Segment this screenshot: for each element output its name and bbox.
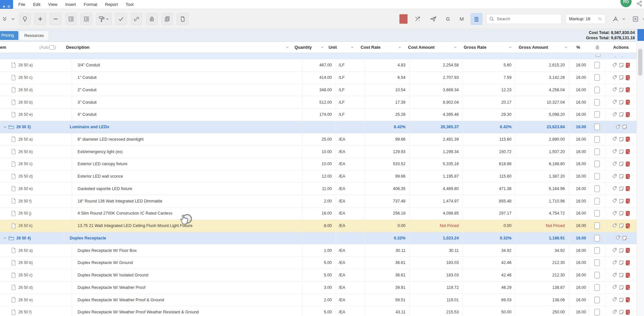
row-checkbox[interactable] bbox=[594, 111, 600, 118]
format-painter-button[interactable] bbox=[96, 13, 112, 25]
description-cell[interactable]: 4" Conduit bbox=[72, 109, 302, 121]
tag-icon[interactable] bbox=[612, 149, 617, 154]
app-logo-icon[interactable]: + = bbox=[0, 0, 13, 10]
item-cell[interactable]: 26 50 e) bbox=[0, 183, 72, 195]
cost-amount-cell[interactable]: 183.03 bbox=[410, 257, 463, 269]
gross-rate-cell[interactable]: 6.42% bbox=[463, 121, 516, 133]
quantity-cell[interactable] bbox=[302, 121, 336, 133]
item-cell[interactable]: 26 50 c) bbox=[0, 72, 72, 84]
red-book-icon[interactable] bbox=[626, 260, 630, 266]
item-cell[interactable]: 26 50 e) bbox=[0, 294, 72, 306]
red-book-icon[interactable] bbox=[626, 75, 630, 80]
cost-rate-cell[interactable]: 6.42% bbox=[365, 121, 410, 133]
unit-cell[interactable]: /EA bbox=[336, 257, 365, 269]
percent-cell[interactable]: 16.00 bbox=[569, 59, 589, 71]
unit-cell[interactable]: /LF bbox=[336, 84, 365, 96]
gross-amount-cell[interactable]: 1,186.91 bbox=[516, 232, 569, 244]
tag-icon[interactable] bbox=[612, 211, 617, 216]
item-row[interactable]: 26 50 e)Gasketed vaporite LED fixture11.… bbox=[0, 183, 637, 195]
column-quantity[interactable]: Quantity bbox=[295, 45, 312, 50]
unit-cell[interactable]: /LF bbox=[336, 59, 365, 71]
tag-icon[interactable] bbox=[612, 112, 617, 117]
auto-checkbox[interactable] bbox=[49, 45, 54, 50]
description-cell[interactable]: Duplex Receptacle W/ Floor Box bbox=[72, 244, 302, 256]
quantity-cell[interactable]: 12.00 bbox=[302, 170, 336, 183]
item-cell[interactable]: 26 50 k) bbox=[0, 220, 72, 232]
item-row[interactable]: 26 50 d)Duplex Receptacle W/ Weather Pro… bbox=[0, 282, 637, 294]
unit-cell[interactable] bbox=[336, 121, 365, 133]
tag-icon[interactable] bbox=[612, 186, 617, 191]
row-checkbox[interactable] bbox=[594, 185, 600, 192]
cost-amount-cell[interactable]: 2,707.93 bbox=[410, 72, 463, 84]
row-checkbox[interactable] bbox=[594, 235, 600, 241]
quantity-cell[interactable]: 3.00 bbox=[302, 282, 336, 294]
pdf-export-button[interactable] bbox=[609, 13, 621, 25]
gross-rate-cell[interactable]: 297.17 bbox=[463, 207, 516, 219]
scatter-arrows-button[interactable] bbox=[412, 13, 423, 25]
item-row[interactable]: 26 50 k)13.75 21 Watt Integrated LED Cei… bbox=[0, 220, 637, 232]
gross-amount-cell[interactable]: 138.06 bbox=[516, 294, 569, 306]
note-icon[interactable] bbox=[619, 161, 624, 167]
cost-rate-cell[interactable]: 59.51 bbox=[365, 294, 410, 306]
cost-amount-cell[interactable]: 1,299.34 bbox=[410, 146, 463, 158]
tag-icon[interactable] bbox=[612, 297, 617, 303]
quantity-cell[interactable]: 5.00 bbox=[302, 269, 336, 281]
cost-amount-cell[interactable]: 119.72 bbox=[410, 282, 463, 294]
column-item[interactable]: Item bbox=[0, 45, 6, 50]
item-row[interactable]: 26 50 e)4" Conduit174.00/LF25.264,395.46… bbox=[0, 109, 637, 121]
cost-amount-cell[interactable]: 20,365.37 bbox=[410, 121, 463, 133]
document-button[interactable] bbox=[177, 13, 188, 25]
unit-cell[interactable]: /EA bbox=[336, 146, 365, 158]
red-book-icon[interactable] bbox=[626, 149, 630, 154]
item-cell[interactable]: 26 50 c) bbox=[0, 158, 72, 170]
percent-cell[interactable]: 16.00 bbox=[569, 133, 589, 146]
description-cell[interactable]: 3" Conduit bbox=[72, 96, 302, 108]
item-cell[interactable]: 26 50 f) bbox=[0, 306, 72, 316]
red-book-icon[interactable] bbox=[626, 297, 630, 303]
gross-amount-cell[interactable]: 34.92 bbox=[516, 244, 569, 256]
row-checkbox[interactable] bbox=[594, 309, 600, 315]
percent-cell[interactable]: 16.00 bbox=[569, 257, 589, 269]
cost-amount-cell[interactable]: 215.53 bbox=[410, 306, 463, 316]
item-cell[interactable]: 26 50 f) bbox=[0, 195, 72, 207]
percent-cell[interactable]: 16.00 bbox=[569, 183, 589, 195]
unit-cell[interactable]: /EA bbox=[336, 244, 365, 256]
note-icon[interactable] bbox=[619, 62, 624, 68]
percent-cell[interactable]: 16.00 bbox=[569, 170, 589, 183]
row-checkbox[interactable] bbox=[594, 74, 600, 81]
item-row[interactable]: 26 50 f)18" Round 136 Watt Integrated LE… bbox=[0, 195, 637, 207]
tag-icon[interactable] bbox=[612, 136, 617, 142]
link-button[interactable] bbox=[131, 13, 142, 25]
percent-cell[interactable]: 16.00 bbox=[569, 269, 589, 281]
partial-row[interactable]: ⌄ ⌄ bbox=[0, 53, 637, 59]
tag-icon[interactable] bbox=[612, 87, 617, 93]
item-cell[interactable]: 26 50 a) bbox=[0, 244, 72, 256]
description-cell[interactable]: 13.75 21 Watt Integrated LED Ceiling Flu… bbox=[72, 220, 302, 232]
gross-amount-cell[interactable]: 250.00 bbox=[516, 306, 569, 316]
quantity-cell[interactable]: 174.00 bbox=[302, 109, 336, 121]
unit-cell[interactable]: /LF bbox=[336, 96, 365, 108]
gross-amount-cell[interactable]: 23,623.84 bbox=[516, 121, 569, 133]
row-checkbox[interactable] bbox=[594, 149, 600, 155]
gross-rate-cell[interactable]: 150.72 bbox=[463, 146, 516, 158]
indent-button[interactable] bbox=[80, 13, 92, 25]
note-icon[interactable] bbox=[619, 186, 624, 191]
gross-amount-cell[interactable]: 5,184.96 bbox=[516, 183, 569, 195]
red-book-icon[interactable] bbox=[626, 186, 630, 191]
item-cell[interactable]: 26 50 j) bbox=[0, 207, 72, 219]
column-unit[interactable]: Unit bbox=[329, 45, 337, 50]
description-cell[interactable]: Duplex Receptacle W/ Weather Proof & Gro… bbox=[72, 294, 302, 306]
item-cell[interactable]: 26 50 a) bbox=[0, 59, 72, 71]
note-icon[interactable] bbox=[619, 309, 624, 315]
suggest-button[interactable] bbox=[19, 13, 31, 25]
tag-icon[interactable] bbox=[612, 309, 617, 315]
description-cell[interactable]: Duplex Receptacle W/ Isolated Ground bbox=[72, 269, 302, 281]
quantity-cell[interactable]: 414.00 bbox=[302, 72, 336, 84]
cost-rate-cell[interactable]: 10.54 bbox=[365, 84, 410, 96]
percent-cell[interactable]: 16.00 bbox=[569, 84, 589, 96]
vertical-scrollbar[interactable] bbox=[636, 41, 644, 316]
gross-rate-cell[interactable]: 0.32% bbox=[463, 232, 516, 244]
item-cell[interactable]: 26 50 b) bbox=[0, 257, 72, 269]
cost-amount-cell[interactable]: 183.03 bbox=[410, 269, 463, 281]
cost-rate-cell[interactable]: 0.32% bbox=[365, 232, 410, 244]
